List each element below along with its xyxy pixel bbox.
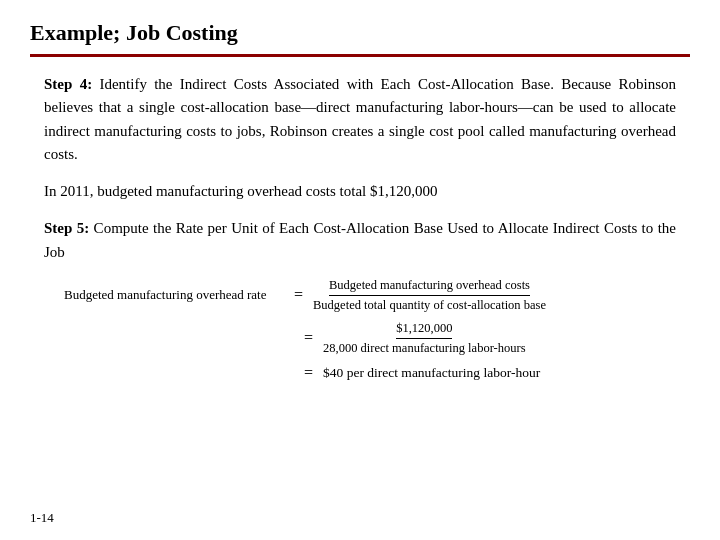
- step5-text: Compute the Rate per Unit of Each Cost-A…: [44, 220, 676, 259]
- step4-label: Step 4:: [44, 76, 92, 92]
- denominator-1: Budgeted total quantity of cost-allocati…: [313, 296, 546, 313]
- content-area: Step 4: Identify the Indirect Costs Asso…: [30, 73, 690, 382]
- formula-label: Budgeted manufacturing overhead rate: [64, 287, 284, 303]
- fraction-2: $1,120,000 28,000 direct manufacturing l…: [323, 321, 525, 356]
- slide-container: Example; Job Costing Step 4: Identify th…: [0, 0, 720, 540]
- step5-paragraph: Step 5: Compute the Rate per Unit of Eac…: [44, 217, 676, 264]
- denominator-2: 28,000 direct manufacturing labor-hours: [323, 339, 525, 356]
- formula-row-2: = $1,120,000 28,000 direct manufacturing…: [294, 321, 676, 356]
- formula-row-3: = $40 per direct manufacturing labor-hou…: [294, 364, 676, 382]
- equals-2: =: [304, 329, 313, 347]
- formula-result: $40 per direct manufacturing labor-hour: [323, 365, 540, 381]
- numerator-2: $1,120,000: [396, 321, 452, 339]
- slide-number: 1-14: [30, 510, 54, 526]
- numerator-1: Budgeted manufacturing overhead costs: [329, 278, 530, 296]
- equals-3: =: [304, 364, 313, 382]
- overhead-line: In 2011, budgeted manufacturing overhead…: [44, 180, 676, 203]
- formula-section: Budgeted manufacturing overhead rate = B…: [64, 278, 676, 382]
- step4-text: Identify the Indirect Costs Associated w…: [44, 76, 676, 162]
- title-section: Example; Job Costing: [30, 20, 690, 57]
- step4-paragraph: Step 4: Identify the Indirect Costs Asso…: [44, 73, 676, 166]
- formula-row-1: Budgeted manufacturing overhead rate = B…: [64, 278, 676, 313]
- equals-1: =: [294, 286, 303, 304]
- step5-label: Step 5:: [44, 220, 89, 236]
- slide-title: Example; Job Costing: [30, 20, 238, 45]
- fraction-1: Budgeted manufacturing overhead costs Bu…: [313, 278, 546, 313]
